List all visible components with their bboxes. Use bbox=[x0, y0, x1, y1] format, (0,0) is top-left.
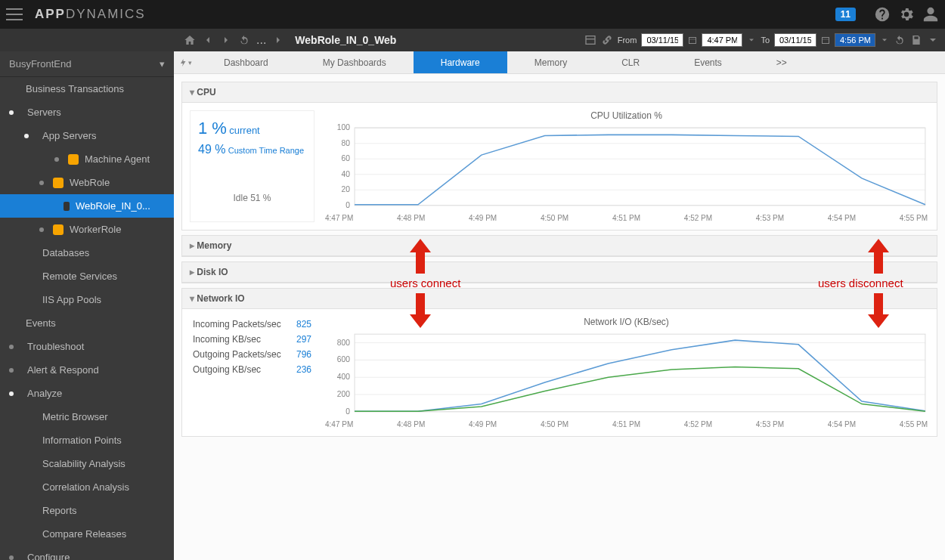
panel-netio: Network IO Incoming Packets/sec825 Incom… bbox=[181, 288, 937, 437]
sidebar-item-correlation[interactable]: Correlation Analysis bbox=[0, 475, 174, 499]
user-icon[interactable] bbox=[922, 6, 939, 23]
from-date-input[interactable] bbox=[641, 33, 683, 47]
sidebar-item-alert[interactable]: Alert & Respond bbox=[0, 358, 174, 382]
sidebar-item-databases[interactable]: Databases bbox=[0, 241, 174, 265]
to-label: To bbox=[761, 36, 770, 45]
reload-icon[interactable] bbox=[894, 34, 906, 46]
sidebar-item-events[interactable]: Events bbox=[0, 311, 174, 335]
calendar-icon[interactable] bbox=[688, 36, 697, 45]
sidebar-item-bt[interactable]: Business Transactions bbox=[0, 77, 174, 101]
tab-dashboard[interactable]: Dashboard bbox=[197, 51, 296, 73]
cpu-chart: CPU Utilization % 020406080100 4:47 PM4:… bbox=[324, 110, 929, 222]
svg-text:400: 400 bbox=[337, 373, 350, 381]
svg-rect-0 bbox=[586, 36, 595, 45]
svg-text:100: 100 bbox=[337, 124, 350, 131]
svg-text:800: 800 bbox=[337, 339, 350, 347]
svg-rect-4 bbox=[823, 38, 829, 44]
sidebar-item-scalability[interactable]: Scalability Analysis bbox=[0, 452, 174, 475]
panel-diskio: Disk IO bbox=[181, 261, 937, 283]
app-selector[interactable]: BusyFrontEnd▾ bbox=[0, 51, 174, 77]
cpu-stats: 1 % current 49 % Custom Time Range Idle … bbox=[190, 110, 314, 222]
collapse-icon[interactable] bbox=[927, 34, 939, 46]
tab-hardware[interactable]: Hardware bbox=[414, 51, 507, 73]
panel-memory: Memory bbox=[181, 235, 937, 257]
sidebar-item-workerrole[interactable]: WorkerRole bbox=[0, 218, 174, 241]
dropdown-icon[interactable] bbox=[880, 36, 889, 45]
breadcrumb-bar: ... WebRole_IN_0_Web From To bbox=[0, 29, 945, 51]
svg-text:600: 600 bbox=[337, 355, 350, 364]
save-icon[interactable] bbox=[910, 34, 922, 46]
sidebar-item-metric[interactable]: Metric Browser bbox=[0, 405, 174, 429]
to-date-input[interactable] bbox=[774, 33, 816, 47]
calendar-icon[interactable] bbox=[821, 36, 830, 45]
sidebar-item-troubleshoot[interactable]: Troubleshoot bbox=[0, 335, 174, 358]
tab-bar: ▾ Dashboard My Dashboards Hardware Memor… bbox=[174, 51, 945, 74]
svg-text:60: 60 bbox=[342, 154, 351, 162]
nav-back-icon[interactable] bbox=[202, 34, 214, 46]
top-bar: APPDYNAMICS 11 bbox=[0, 0, 945, 29]
net-chart: Network I/O (KB/sec) 0200400600800 4:47 … bbox=[324, 317, 929, 429]
tab-memory[interactable]: Memory bbox=[507, 51, 594, 73]
main: ▾ Dashboard My Dashboards Hardware Memor… bbox=[174, 51, 945, 560]
sidebar-item-configure[interactable]: Configure bbox=[0, 546, 174, 560]
tab-events[interactable]: Events bbox=[667, 51, 749, 73]
svg-rect-2 bbox=[689, 38, 696, 44]
refresh-icon[interactable] bbox=[238, 34, 250, 46]
sidebar: BusyFrontEnd▾ Business Transactions Serv… bbox=[0, 51, 174, 560]
sidebar-item-analyze[interactable]: Analyze bbox=[0, 382, 174, 405]
to-time-input[interactable] bbox=[835, 33, 875, 47]
from-label: From bbox=[618, 36, 637, 45]
svg-rect-18 bbox=[355, 128, 925, 206]
svg-text:0: 0 bbox=[345, 407, 350, 416]
tab-clr[interactable]: CLR bbox=[594, 51, 667, 73]
sidebar-item-reports[interactable]: Reports bbox=[0, 499, 174, 522]
svg-text:80: 80 bbox=[342, 139, 351, 147]
breadcrumb-ellipsis[interactable]: ... bbox=[256, 33, 266, 47]
dropdown-icon[interactable] bbox=[747, 36, 756, 45]
page-title: WebRole_IN_0_Web bbox=[295, 34, 396, 46]
panel-diskio-header[interactable]: Disk IO bbox=[182, 262, 937, 283]
sidebar-item-compare[interactable]: Compare Releases bbox=[0, 522, 174, 546]
brand-logo: APPDYNAMICS bbox=[35, 7, 146, 22]
home-icon[interactable] bbox=[184, 34, 196, 46]
nav-fwd-icon[interactable] bbox=[220, 34, 232, 46]
sidebar-item-remote[interactable]: Remote Services bbox=[0, 265, 174, 288]
from-time-input[interactable] bbox=[702, 33, 742, 47]
sidebar-item-servers[interactable]: Servers bbox=[0, 101, 174, 124]
sidebar-item-iis[interactable]: IIS App Pools bbox=[0, 288, 174, 311]
notification-badge[interactable]: 11 bbox=[835, 8, 856, 21]
link-icon[interactable] bbox=[601, 34, 613, 46]
help-icon[interactable] bbox=[874, 6, 891, 23]
sidebar-item-appservers[interactable]: App Servers bbox=[0, 124, 174, 147]
tab-more[interactable]: >> bbox=[749, 51, 814, 73]
bolt-icon[interactable]: ▾ bbox=[174, 51, 197, 73]
svg-text:40: 40 bbox=[342, 170, 351, 178]
chevron-right-icon bbox=[272, 34, 284, 46]
svg-text:200: 200 bbox=[337, 390, 350, 398]
panel-cpu: CPU 1 % current 49 % Custom Time Range I… bbox=[181, 82, 937, 230]
sidebar-item-webrole[interactable]: WebRole bbox=[0, 171, 174, 194]
svg-text:20: 20 bbox=[342, 185, 351, 193]
panel-memory-header[interactable]: Memory bbox=[182, 236, 937, 256]
sidebar-item-webrole-in0[interactable]: WebRole_IN_0... bbox=[0, 194, 174, 218]
sidebar-item-infopoints[interactable]: Information Points bbox=[0, 429, 174, 452]
layout-icon[interactable] bbox=[584, 34, 596, 46]
menu-icon[interactable] bbox=[6, 8, 23, 20]
panel-cpu-header[interactable]: CPU bbox=[182, 82, 937, 103]
sidebar-item-machine-agent[interactable]: Machine Agent bbox=[0, 147, 174, 171]
gear-icon[interactable] bbox=[898, 6, 915, 23]
panel-netio-header[interactable]: Network IO bbox=[182, 289, 937, 309]
network-stats: Incoming Packets/sec825 Incoming KB/sec2… bbox=[190, 317, 314, 429]
svg-text:0: 0 bbox=[345, 201, 350, 209]
tab-mydashboards[interactable]: My Dashboards bbox=[296, 51, 414, 73]
